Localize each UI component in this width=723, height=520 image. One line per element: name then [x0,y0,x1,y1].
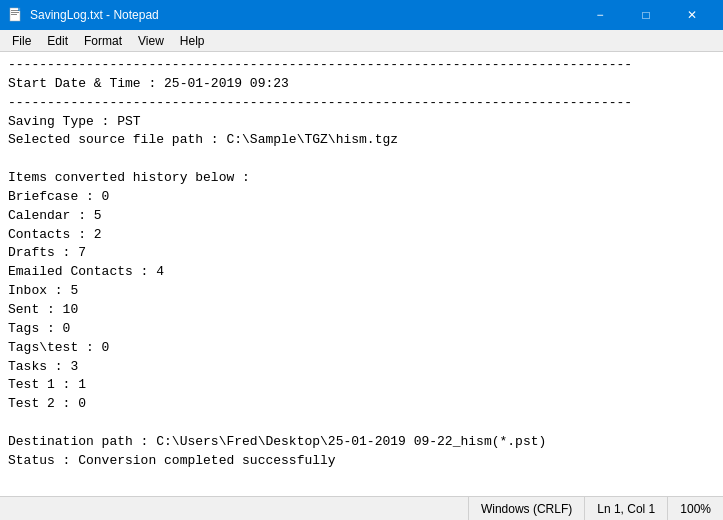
menu-view[interactable]: View [130,32,172,50]
editor-content: ----------------------------------------… [0,52,723,475]
svg-rect-3 [11,14,17,15]
status-zoom: 100% [667,497,723,520]
title-bar-left: SavingLog.txt - Notepad [8,7,159,23]
editor-container[interactable]: ----------------------------------------… [0,52,723,496]
menu-help[interactable]: Help [172,32,213,50]
maximize-button[interactable]: □ [623,0,669,30]
menu-bar: File Edit Format View Help [0,30,723,52]
menu-file[interactable]: File [4,32,39,50]
title-bar: SavingLog.txt - Notepad − □ ✕ [0,0,723,30]
svg-rect-1 [11,10,19,11]
notepad-icon [8,7,24,23]
menu-format[interactable]: Format [76,32,130,50]
status-cursor: Ln 1, Col 1 [584,497,667,520]
status-bar: Windows (CRLF) Ln 1, Col 1 100% [0,496,723,520]
menu-edit[interactable]: Edit [39,32,76,50]
minimize-button[interactable]: − [577,0,623,30]
close-button[interactable]: ✕ [669,0,715,30]
window-title: SavingLog.txt - Notepad [30,8,159,22]
svg-rect-4 [18,7,22,11]
svg-rect-2 [11,12,19,13]
title-bar-buttons: − □ ✕ [577,0,715,30]
status-line-ending: Windows (CRLF) [468,497,584,520]
